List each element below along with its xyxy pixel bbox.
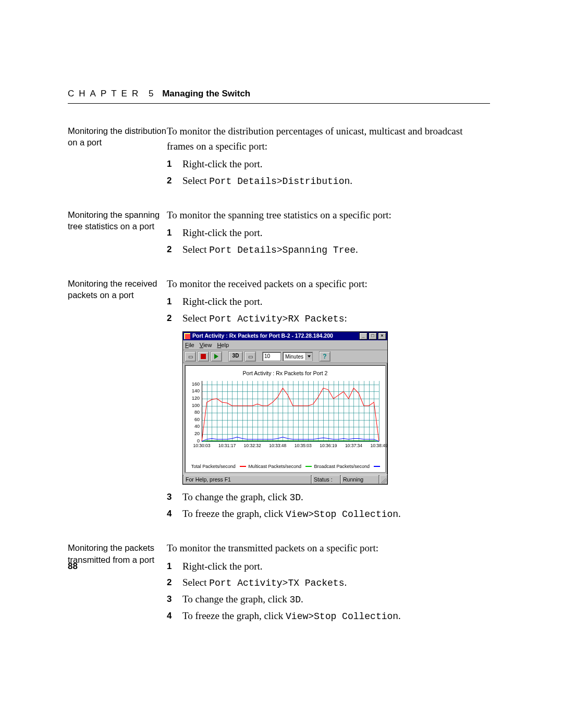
section-distribution: Monitoring the distribution on a port To…: [68, 124, 490, 190]
legend-swatch: [374, 466, 380, 467]
steps-distribution: 1 Right-click the port. 2 Select Port De…: [167, 157, 490, 189]
close-button[interactable]: ×: [378, 332, 386, 340]
statusbar-status-label: Status :: [311, 475, 340, 484]
body-spanning-tree: To monitor the spanning tree statistics …: [167, 208, 490, 259]
step-text: To change the graph, click 3D.: [182, 592, 490, 607]
statusbar-status-value: Running: [340, 475, 379, 484]
step-text: To change the graph, click 3D.: [182, 490, 490, 505]
step-number: 4: [167, 507, 182, 521]
intro-tx-packets: To monitor the transmitted packets on a …: [167, 541, 490, 556]
interval-unit-value: Minutes: [283, 353, 305, 361]
list-item: 4 To freeze the graph, click View>Stop C…: [167, 507, 490, 522]
list-item: 3 To change the graph, click 3D.: [167, 490, 490, 505]
chart-legend: Total Packets/second Multicast Packets/s…: [187, 463, 381, 471]
steps-spanning-tree: 1 Right-click the port. 2 Select Port De…: [167, 226, 490, 257]
list-item: 2 Select Port Details>Distribution.: [167, 174, 490, 189]
list-item: 2 Select Port Activity>TX Packets.: [167, 575, 490, 590]
step-number: 1: [167, 157, 182, 171]
sidehead-tx-packets: Monitoring the packets transmitted from …: [68, 541, 167, 565]
step-text: Right-click the port.: [182, 559, 490, 574]
section-spanning-tree: Monitoring the spanning tree statistics …: [68, 208, 490, 259]
list-item: 1 Right-click the port.: [167, 226, 490, 241]
body-distribution: To monitor the distribution percentages …: [167, 124, 490, 190]
page-number: 88: [68, 561, 78, 572]
step-number: 1: [167, 559, 182, 573]
sidehead-spanning-tree: Monitoring the spanning tree statistics …: [68, 208, 167, 232]
window-title: Port Activity : Rx Packets for Port B-2 …: [192, 332, 358, 340]
running-header: CHAPTER 5 Managing the Switch: [68, 89, 490, 99]
steps-tx: 1 Right-click the port. 2 Select Port Ac…: [167, 559, 490, 624]
chapter-title: Managing the Switch: [162, 89, 250, 98]
toolbar-button-3d[interactable]: 3D: [228, 351, 243, 362]
sidehead-rx-packets: Monitoring the received packets on a por…: [68, 277, 167, 301]
toolbar-button-2d[interactable]: ▭: [244, 351, 256, 362]
interval-value-input[interactable]: 10: [262, 352, 281, 361]
stop-icon: [201, 354, 206, 359]
step-text: Select Port Activity>TX Packets.: [182, 575, 490, 590]
legend-item: Total Packets/second: [191, 464, 247, 469]
chapter-number: 5: [149, 89, 153, 98]
intro-spanning-tree: To monitor the spanning tree statistics …: [167, 208, 490, 223]
step-number: 2: [167, 174, 182, 188]
legend-item: Multicast Packets/second: [248, 464, 313, 469]
step-number: 3: [167, 592, 182, 606]
steps-rx-b: 3 To change the graph, click 3D. 4 To fr…: [167, 490, 490, 522]
chart-lines: [202, 381, 379, 441]
list-item: 2 Select Port Details>Spanning Tree.: [167, 242, 490, 257]
step-number: 1: [167, 226, 182, 240]
step-text: Right-click the port.: [182, 226, 490, 241]
menu-file[interactable]: File: [185, 341, 194, 350]
list-item: 1 Right-click the port.: [167, 294, 490, 310]
toolbar-button-help[interactable]: ?: [319, 351, 331, 362]
step-text: To freeze the graph, click View>Stop Col…: [182, 507, 490, 522]
chapter-word: CHAPTER: [68, 89, 143, 98]
step-number: 1: [167, 294, 182, 309]
window-statusbar: For Help, press F1 Status : Running: [183, 474, 387, 484]
chart-title: Port Activity : Rx Packets for Port 2: [187, 369, 383, 378]
play-icon: [214, 354, 218, 359]
step-number: 4: [167, 609, 182, 623]
steps-rx-a: 1 Right-click the port. 2 Select Port Ac…: [167, 294, 490, 326]
list-item: 2 Select Port Activity>RX Packets:: [167, 311, 490, 326]
resize-grip-icon[interactable]: [379, 475, 387, 484]
toolbar-button-play[interactable]: [211, 351, 222, 362]
menu-view[interactable]: View: [200, 341, 212, 350]
body-rx-packets: To monitor the received packets on a spe…: [167, 277, 490, 524]
intro-distribution: To monitor the distribution percentages …: [167, 124, 490, 154]
legend-swatch: [305, 466, 312, 467]
legend-item: Broadcast Packets/second: [314, 464, 381, 469]
step-number: 2: [167, 575, 182, 589]
window-menubar: File View Help: [183, 340, 387, 351]
list-item: 1 Right-click the port.: [167, 559, 490, 574]
chart-x-axis: 10:30:0310:31:1710:32:3210:33:4810:35:03…: [202, 442, 379, 449]
section-rx-packets: Monitoring the received packets on a por…: [68, 277, 490, 524]
toolbar-button-stop[interactable]: [198, 351, 209, 362]
window-toolbar: ▭ 3D ▭ 10 Minutes ?: [183, 350, 387, 363]
app-icon: [184, 333, 190, 339]
list-item: 4 To freeze the graph, click View>Stop C…: [167, 609, 490, 624]
step-text: Select Port Activity>RX Packets:: [182, 311, 490, 326]
step-text: Select Port Details>Spanning Tree.: [182, 242, 490, 257]
section-tx-packets: Monitoring the packets transmitted from …: [68, 541, 490, 625]
statusbar-help: For Help, press F1: [183, 475, 311, 484]
window-titlebar[interactable]: Port Activity : Rx Packets for Port B-2 …: [183, 332, 387, 340]
step-number: 3: [167, 490, 182, 504]
help-icon: ?: [323, 352, 326, 361]
page-content: Monitoring the distribution on a port To…: [68, 124, 490, 643]
step-text: Right-click the port.: [182, 294, 490, 310]
header-rule: [68, 103, 490, 104]
maximize-button[interactable]: □: [369, 332, 377, 340]
step-text: Select Port Details>Distribution.: [182, 174, 490, 189]
toolbar-button-new[interactable]: ▭: [185, 351, 196, 362]
chart-y-axis: 020406080100120140160: [187, 381, 201, 441]
step-text: Right-click the port.: [182, 157, 490, 172]
sidehead-distribution: Monitoring the distribution on a port: [68, 124, 167, 149]
menu-help[interactable]: Help: [217, 341, 229, 350]
intro-rx-packets: To monitor the received packets on a spe…: [167, 277, 490, 292]
minimize-button[interactable]: _: [359, 332, 368, 340]
list-item: 1 Right-click the port.: [167, 157, 490, 172]
step-number: 2: [167, 242, 182, 256]
interval-unit-select[interactable]: Minutes: [283, 352, 313, 361]
embedded-screenshot-window: Port Activity : Rx Packets for Port B-2 …: [182, 331, 388, 485]
body-tx-packets: To monitor the transmitted packets on a …: [167, 541, 490, 625]
